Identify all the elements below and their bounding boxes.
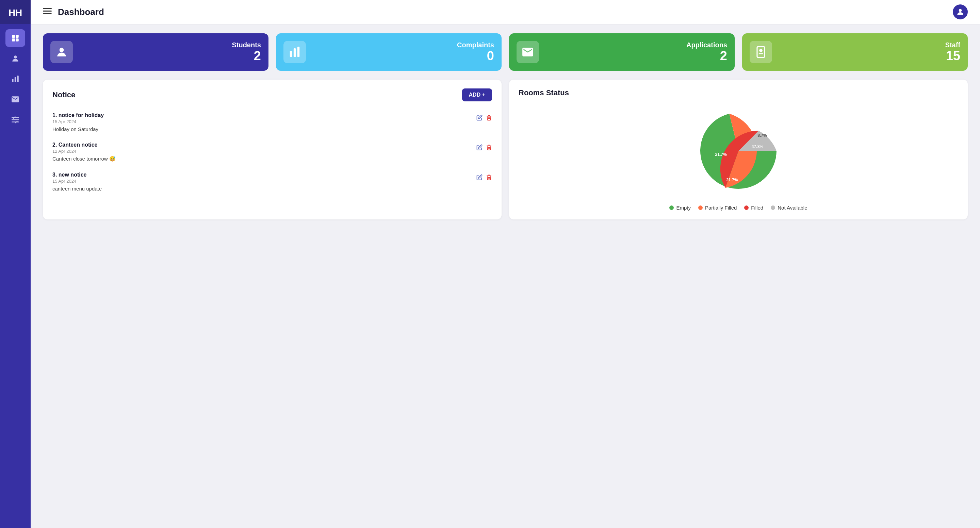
legend-item-empty: Empty	[669, 205, 691, 211]
staff-badge-icon	[754, 46, 767, 59]
legend-dot-empty	[669, 205, 674, 210]
pie-chart: 47.8% 21.7% 21.7% 8.7%	[691, 103, 786, 199]
applications-mail-icon	[521, 46, 534, 59]
svg-rect-19	[298, 47, 299, 57]
notice-actions-1	[476, 115, 492, 122]
svg-rect-4	[12, 38, 15, 41]
staff-label: Staff	[945, 41, 960, 49]
staff-value: 15	[945, 49, 960, 63]
sidebar-item-settings[interactable]	[5, 111, 25, 129]
notice-date-3: 15 Apr 2024	[52, 179, 86, 184]
pie-label-empty: 47.8%	[752, 144, 764, 149]
svg-rect-14	[43, 13, 52, 14]
notice-date-1: 15 Apr 2024	[52, 119, 104, 124]
notice-name-3: new notice	[59, 172, 87, 178]
reports-icon	[11, 75, 20, 83]
svg-point-15	[959, 9, 962, 12]
notice-item: 1. notice for holiday 15 Apr 2024	[52, 108, 492, 137]
complaints-stat-info: Complaints 0	[457, 41, 494, 63]
settings-icon	[11, 115, 20, 124]
edit-icon	[476, 174, 482, 180]
page-title: Dashboard	[58, 7, 953, 17]
svg-rect-7	[12, 79, 13, 82]
trash-icon	[486, 115, 492, 121]
messages-icon	[11, 95, 20, 104]
chart-container: 47.8% 21.7% 21.7% 8.7% Empty Partially F…	[519, 103, 958, 211]
notice-list: 1. notice for holiday 15 Apr 2024	[52, 108, 492, 196]
svg-rect-17	[290, 51, 292, 57]
add-notice-button[interactable]: ADD +	[462, 89, 492, 102]
legend-item-partially: Partially Filled	[698, 205, 737, 211]
pie-legend: Empty Partially Filled Filled Not A	[669, 205, 807, 211]
sidebar-item-reports[interactable]	[5, 70, 25, 88]
avatar-icon	[956, 8, 965, 16]
delete-notice-1-button[interactable]	[486, 115, 492, 122]
svg-point-6	[14, 56, 17, 59]
trash-icon	[486, 144, 492, 150]
header: Dashboard	[30, 0, 980, 24]
student-figure-icon	[55, 46, 68, 59]
sidebar-nav	[0, 24, 30, 134]
edit-notice-2-button[interactable]	[476, 144, 482, 152]
notice-item-title-2: 2. Canteen notice	[52, 142, 97, 148]
legend-label-partially: Partially Filled	[705, 205, 737, 211]
edit-notice-3-button[interactable]	[476, 174, 482, 182]
delete-notice-2-button[interactable]	[486, 144, 492, 152]
legend-label-filled: Filled	[751, 205, 763, 211]
notice-item-header-2: 2. Canteen notice 12 Apr 2024	[52, 142, 492, 154]
stat-card-students[interactable]: Students 2	[43, 33, 269, 71]
svg-rect-22	[759, 53, 763, 54]
logo-icon: H H	[8, 5, 23, 19]
applications-label: Applications	[686, 41, 727, 49]
svg-rect-18	[294, 48, 296, 57]
legend-label-empty: Empty	[676, 205, 691, 211]
user-avatar[interactable]	[953, 5, 968, 19]
legend-item-filled: Filled	[744, 205, 763, 211]
notice-item-title-1: 1. notice for holiday	[52, 112, 104, 118]
notice-item-title-wrap-2: 2. Canteen notice 12 Apr 2024	[52, 142, 97, 154]
notice-actions-3	[476, 174, 492, 182]
hamburger-icon	[43, 8, 52, 14]
staff-stat-info: Staff 15	[945, 41, 960, 63]
notice-header: Notice ADD +	[52, 89, 492, 102]
legend-dot-filled	[744, 205, 749, 210]
svg-point-16	[60, 48, 64, 52]
notice-name-1: notice for holiday	[59, 112, 104, 118]
notice-number-3: 3.	[52, 172, 57, 178]
notice-body-1: Holiday on Saturday	[52, 126, 492, 132]
notice-item: 2. Canteen notice 12 Apr 2024	[52, 137, 492, 167]
sidebar-item-messages[interactable]	[5, 91, 25, 108]
complaints-chart-icon	[288, 46, 301, 59]
sidebar-logo[interactable]: H H	[0, 0, 30, 24]
notice-item-header-3: 3. new notice 15 Apr 2024	[52, 172, 492, 184]
complaints-value: 0	[457, 49, 494, 63]
sidebar-item-students[interactable]	[5, 50, 25, 67]
bottom-row: Notice ADD + 1. notice for holiday 15 Ap…	[43, 80, 968, 219]
applications-stat-info: Applications 2	[686, 41, 727, 63]
svg-rect-8	[14, 77, 16, 82]
notice-body-3: canteen menu update	[52, 186, 492, 192]
complaints-label: Complaints	[457, 41, 494, 49]
stat-card-complaints[interactable]: Complaints 0	[276, 33, 501, 71]
pie-label-filled: 21.7%	[715, 152, 727, 157]
legend-dot-partially	[698, 205, 703, 210]
students-icon	[11, 54, 20, 63]
svg-text:H: H	[15, 8, 22, 18]
edit-icon	[476, 144, 482, 150]
pie-label-partially: 21.7%	[726, 178, 738, 182]
applications-value: 2	[686, 49, 727, 63]
edit-icon	[476, 115, 482, 121]
edit-notice-1-button[interactable]	[476, 115, 482, 122]
stat-card-applications[interactable]: Applications 2	[509, 33, 735, 71]
students-label: Students	[232, 41, 261, 49]
notice-title: Notice	[52, 91, 75, 99]
rooms-status-title: Rooms Status	[519, 89, 958, 97]
notice-item-title-3: 3. new notice	[52, 172, 86, 178]
students-value: 2	[232, 49, 261, 63]
rooms-status-panel: Rooms Status 47.8%	[509, 80, 968, 219]
stat-card-staff[interactable]: Staff 15	[742, 33, 968, 71]
notice-item: 3. new notice 15 Apr 2024	[52, 167, 492, 196]
delete-notice-3-button[interactable]	[486, 174, 492, 182]
sidebar-item-dashboard[interactable]	[5, 29, 25, 47]
menu-toggle-button[interactable]	[43, 8, 52, 16]
